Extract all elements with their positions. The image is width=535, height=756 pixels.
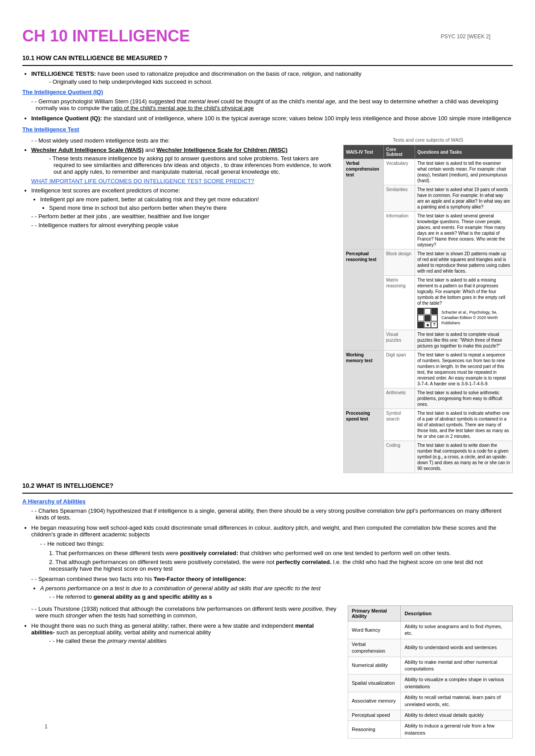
- test-dash1: - Most widely used modern intelligence t…: [31, 137, 334, 144]
- pma-ability: Reasoning: [348, 721, 401, 739]
- processing-speed-group: Processing speed test: [344, 409, 384, 473]
- wais-table-title: Tests and core subjects of WAIS: [343, 137, 513, 143]
- thurstone-section: - Louis Thurstone (1938) noticed that al…: [22, 605, 513, 739]
- predict-bullet: Intelligence test scores are excellent p…: [31, 187, 334, 194]
- arithmetic-desc: The test taker is asked to solve arithme…: [415, 388, 513, 409]
- wais-label: Wechsler Adult Intelligence Scale (WAIS): [31, 147, 144, 153]
- predict-dash3: - Intelligence matters for almost everyt…: [31, 222, 334, 229]
- visual-puzzles-subtest: Visual puzzles: [384, 330, 415, 351]
- information-subtest: Information: [384, 212, 415, 249]
- pma-row: Associative memoryAbility to recall verb…: [348, 692, 513, 710]
- hierarchy-link[interactable]: A Hierarchy of Abilities: [22, 498, 86, 505]
- digit-span-desc: The test taker is asked to repeat a sequ…: [415, 351, 513, 388]
- thurstone-bullet1: He thought there was no such thing as ge…: [31, 622, 339, 644]
- pma-desc: Ability to induce a general rule from a …: [401, 721, 513, 739]
- numbered-item-2: 2. That although performances on differe…: [49, 559, 513, 572]
- information-desc: The test taker is asked several general …: [415, 212, 513, 249]
- block-design-desc: The test taker is shown 2D patterns made…: [415, 249, 513, 276]
- matrix-reasoning-subtest: Matrix reasoning: [384, 276, 415, 330]
- chapter-title: CH 10 INTELLIGENCE: [22, 27, 513, 45]
- arithmetic-subtest: Arithmetic: [384, 388, 415, 409]
- wais-desc: These tests measure intelligence by aski…: [49, 155, 334, 175]
- pma-col-desc: Description: [401, 606, 513, 621]
- pma-desc: Ability to detect visual details quickly: [401, 710, 513, 720]
- iq-text-1: German psychologist William Stern (1914)…: [38, 98, 188, 105]
- predict-sub1: Intelligent ppl are more patient, better…: [40, 196, 334, 203]
- pma-ability: Perceptual speed: [348, 710, 401, 720]
- two-factor-bullet: A persons performance on a test is due t…: [40, 585, 513, 592]
- pma-table: Primary Mental Ability Description Word …: [348, 605, 513, 739]
- vocabulary-subtest: Vocabulary: [384, 159, 415, 185]
- iq-definition-bullet: Intelligence Quotient (IQ): the standard…: [31, 115, 513, 122]
- wais-bullet: Wechsler Adult Intelligence Scale (WAIS)…: [31, 147, 334, 175]
- iq-mental-age: mental age,: [306, 98, 337, 105]
- similarities-desc: The test taker is asked what 19 pairs of…: [415, 185, 513, 212]
- coding-subtest: Coding: [384, 441, 415, 473]
- digit-span-subtest: Digit span: [384, 351, 415, 388]
- section-10-1: 10.1 HOW CAN INTELLIGENCE BE MEASURED ? …: [22, 54, 513, 473]
- two-factor-sub: - He referred to general ability as g an…: [49, 593, 513, 600]
- vocabulary-desc: The test taker is asked to tell the exam…: [415, 159, 513, 185]
- pma-row: Spatial visualizationAbility to visualiz…: [348, 674, 513, 692]
- pma-desc: Ability to make mental and other numeric…: [401, 657, 513, 674]
- pma-row: Word fluencyAbility to solve anagrams an…: [348, 621, 513, 639]
- pma-col-ability: Primary Mental Ability: [348, 606, 401, 621]
- predict-link[interactable]: WHAT IMPORTANT LIFE OUTCOMES DO INTELLIG…: [31, 178, 254, 184]
- iq-dash1: - German psychologist William Stern (191…: [31, 98, 513, 111]
- wais-table: WAIS-IV Test Core Subtest Questions and …: [343, 145, 513, 473]
- pma-row: Numerical abilityAbility to make mental …: [348, 657, 513, 674]
- block-design-subtest: Block design: [384, 249, 415, 276]
- coding-desc: The test taker is asked to write down th…: [415, 441, 513, 473]
- pma-ability: Word fluency: [348, 621, 401, 639]
- spearman-bullet1: He began measuring how well school-aged …: [31, 524, 513, 538]
- thurstone-text: - Louis Thurstone (1938) noticed that al…: [22, 605, 339, 739]
- predict-dash2: - Perform better at their jobs , are wea…: [31, 213, 334, 220]
- intel-test-link[interactable]: The Intelligence Test: [22, 126, 79, 133]
- pma-table-col: Primary Mental Ability Description Word …: [348, 605, 513, 739]
- pma-row: Perceptual speedAbility to detect visual…: [348, 710, 513, 720]
- pma-ability: Spatial visualization: [348, 674, 401, 692]
- course-label: PSYC 102 [WEEK 2]: [441, 33, 490, 40]
- intel-tests-text: have been used to rationalize prejudice …: [96, 70, 361, 77]
- pma-desc: Ability to understand words and sentence…: [401, 639, 513, 657]
- wais-text-col: - Most widely used modern intelligence t…: [22, 137, 334, 473]
- section-10-2: 10.2 WHAT IS INTELLIGENCE? A Hierarchy o…: [22, 482, 513, 739]
- thurstone-dash1: - Louis Thurstone (1938) noticed that al…: [31, 605, 339, 619]
- section-1-heading: 10.1 HOW CAN INTELLIGENCE BE MEASURED ?: [22, 54, 513, 61]
- pma-desc: Ability to visualize a complex shape in …: [401, 674, 513, 692]
- pma-desc: Ability to recall verbal material, learn…: [401, 692, 513, 710]
- pma-ability: Associative memory: [348, 692, 401, 710]
- working-memory-group: Working memory test: [344, 351, 384, 409]
- numbered-item-1: 1. That performances on these different …: [49, 550, 513, 556]
- symbol-search-desc: The test taker is asked to indicate whet…: [415, 409, 513, 441]
- predict-sub1a: Spend more time in school but also perfo…: [49, 204, 334, 211]
- spearman-noticed: - He noticed two things:: [40, 540, 513, 547]
- similarities-subtest: Similarities: [384, 185, 415, 212]
- perceptual-group: Perceptual reasoning test: [344, 249, 384, 351]
- iq-def-text: the standard unit of intelligence, where…: [102, 115, 511, 122]
- two-factor-dash: - Spearman combined these two facts into…: [31, 576, 513, 582]
- iq-link[interactable]: The Intelligence Quotient (IQ): [22, 89, 103, 95]
- iq-mental-level: mental level: [188, 98, 219, 105]
- intel-tests-sub: Originally used to help underprivileged …: [49, 78, 513, 85]
- pma-ability: Verbal comprehension: [348, 639, 401, 657]
- intel-tests-label: INTELLIGENCE TESTS:: [31, 70, 96, 77]
- iq-text-2: could be thought of as the child's: [219, 98, 306, 105]
- spearman-dash1: - Charles Spearman (1904) hypothesized t…: [31, 507, 513, 521]
- symbol-search-subtest: Symbol search: [384, 409, 415, 441]
- wais-col-questions: Questions and Tasks: [415, 145, 513, 159]
- pma-ability: Numerical ability: [348, 657, 401, 674]
- pma-row: Verbal comprehensionAbility to understan…: [348, 639, 513, 657]
- wisc-label: Wechsler Intelligence Scale for Children…: [156, 147, 288, 153]
- matrix-reasoning-desc: The test taker is asked to add a missing…: [415, 276, 513, 330]
- intel-tests-bullet: INTELLIGENCE TESTS: have been used to ra…: [31, 70, 513, 85]
- thurstone-primary-dash: - He called these the primary mental abi…: [49, 637, 339, 644]
- pma-row: ReasoningAbility to induce a general rul…: [348, 721, 513, 739]
- page-number: 1: [45, 723, 48, 730]
- wais-col-test: WAIS-IV Test: [344, 145, 384, 159]
- pma-desc: Ability to solve anagrams and to find rh…: [401, 621, 513, 639]
- visual-puzzles-desc: The test taker is asked to complete visu…: [415, 330, 513, 351]
- wais-table-col: Tests and core subjects of WAIS WAIS-IV …: [343, 137, 513, 473]
- verbal-group: Verbal comprehension test: [344, 159, 384, 249]
- iq-def-label: Intelligence Quotient (IQ):: [31, 115, 102, 122]
